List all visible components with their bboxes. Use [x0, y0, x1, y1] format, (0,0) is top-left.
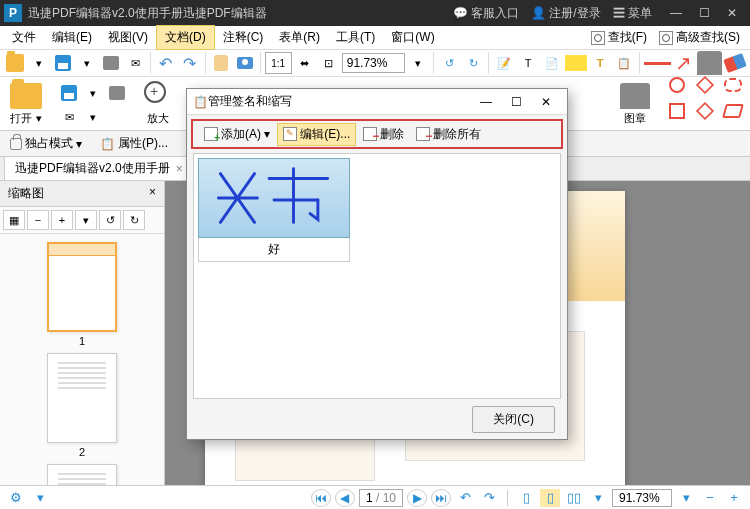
actual-size-button[interactable]: 1:1 [265, 52, 292, 74]
menu-document[interactable]: 文档(D) [156, 25, 215, 50]
minimize-button[interactable]: — [662, 3, 690, 23]
signatures-list[interactable]: 好 [193, 153, 561, 399]
thumbnail-2[interactable]: 2 [47, 353, 117, 458]
thumb-dropdown[interactable]: ▾ [75, 210, 97, 230]
signature-item[interactable]: 好 [198, 158, 350, 262]
highlight-button[interactable] [565, 55, 587, 71]
square-tool[interactable] [666, 100, 688, 122]
options-dropdown[interactable]: ▾ [30, 489, 50, 507]
menu-file[interactable]: 文件 [4, 26, 44, 49]
menu-edit[interactable]: 编辑(E) [44, 26, 100, 49]
close-button[interactable]: ✕ [718, 3, 746, 23]
email-2-button[interactable]: ✉ [58, 106, 80, 128]
menu-link[interactable]: ☰ 菜单 [613, 5, 652, 22]
thumb-zoom-in[interactable]: + [51, 210, 73, 230]
properties-button[interactable]: 📋 属性(P)... [96, 133, 172, 154]
exclusive-mode-button[interactable]: 独占模式 ▾ [6, 133, 86, 154]
rotate-right-button[interactable]: ↻ [462, 52, 484, 74]
layout-facing-button[interactable]: ▯▯ [564, 489, 584, 507]
delete-all-button[interactable]: 删除所有 [411, 124, 486, 145]
prev-page-button[interactable]: ◀ [335, 489, 355, 507]
stamp-big-button[interactable]: 图章 [616, 81, 654, 128]
arrow-tool[interactable]: ↗ [673, 52, 695, 74]
redo-button[interactable]: ↷ [179, 52, 201, 74]
dialog-close-button[interactable]: ✕ [531, 95, 561, 109]
find-button[interactable]: 查找(F) [585, 27, 653, 48]
zoom-out-button[interactable]: − [700, 489, 720, 507]
menu-tool[interactable]: 工具(T) [328, 26, 383, 49]
status-zoom-dropdown[interactable]: ▾ [676, 489, 696, 507]
print-2-button[interactable] [106, 82, 128, 104]
polygon-tool[interactable] [694, 74, 716, 96]
maximize-button[interactable]: ☐ [690, 3, 718, 23]
thumbnails-list[interactable]: 1 2 3 [0, 234, 164, 509]
advanced-find-button[interactable]: 高级查找(S) [653, 27, 746, 48]
more-button[interactable]: ▾ [82, 106, 104, 128]
support-link[interactable]: 💬 客服入口 [453, 5, 519, 22]
open-small-button[interactable] [4, 52, 26, 74]
status-zoom-field[interactable]: 91.73% [612, 489, 672, 507]
save-2-dropdown[interactable]: ▾ [82, 82, 104, 104]
add-text-button[interactable]: 📄 [541, 52, 563, 74]
freeform-tool[interactable] [722, 100, 744, 122]
edit-content-button[interactable]: 📝 [493, 52, 515, 74]
magnifier-icon [591, 31, 605, 45]
menu-view[interactable]: 视图(V) [100, 26, 156, 49]
circle-tool[interactable] [666, 74, 688, 96]
edit-text-button[interactable]: T [517, 52, 539, 74]
edit-signature-button[interactable]: 编辑(E)... [277, 123, 356, 146]
open-big-button[interactable]: 打开 ▾ [6, 81, 46, 128]
options-button[interactable]: ⚙ [6, 489, 26, 507]
document-tab[interactable]: 迅捷PDF编辑器v2.0使用手册 × [4, 156, 194, 180]
nav-back-button[interactable]: ↶ [455, 489, 475, 507]
save-dropdown[interactable]: ▾ [76, 52, 98, 74]
save-2-button[interactable] [58, 82, 80, 104]
zoom-in-button[interactable]: + [724, 489, 744, 507]
tab-close-icon[interactable]: × [176, 162, 183, 176]
line-tool[interactable] [644, 52, 671, 74]
hand-tool[interactable] [210, 52, 232, 74]
print-button[interactable] [100, 52, 122, 74]
cloud-tool[interactable] [722, 74, 744, 96]
thumbnail-1[interactable]: 1 [47, 242, 117, 347]
stamp-tool[interactable] [697, 52, 722, 74]
layout-continuous-button[interactable]: ▯ [540, 489, 560, 507]
fit-page-button[interactable]: ⊡ [318, 52, 340, 74]
menu-comment[interactable]: 注释(C) [215, 26, 272, 49]
snapshot-tool[interactable] [234, 52, 256, 74]
login-link[interactable]: 👤 注册/登录 [531, 5, 601, 22]
thumb-rotate-right[interactable]: ↻ [123, 210, 145, 230]
close-dialog-button[interactable]: 关闭(C) [472, 406, 555, 433]
thumb-rotate-left[interactable]: ↺ [99, 210, 121, 230]
zoom-big-button[interactable]: 放大 [140, 79, 176, 128]
hexagon-tool[interactable] [694, 100, 716, 122]
sidebar-close-icon[interactable]: × [149, 185, 156, 202]
rotate-left-button[interactable]: ↺ [438, 52, 460, 74]
zoom-field[interactable]: 91.73% [342, 53, 406, 73]
dialog-minimize-button[interactable]: — [471, 95, 501, 109]
text-box-button[interactable]: T [589, 52, 611, 74]
undo-button[interactable]: ↶ [155, 52, 177, 74]
first-page-button[interactable]: ⏮ [311, 489, 331, 507]
thumb-tool-1[interactable]: ▦ [3, 210, 25, 230]
last-page-button[interactable]: ⏭ [431, 489, 451, 507]
eraser-tool[interactable] [724, 52, 746, 74]
fit-width-button[interactable]: ⬌ [294, 52, 316, 74]
menu-window[interactable]: 窗口(W) [383, 26, 442, 49]
new-button[interactable]: ▾ [28, 52, 50, 74]
zoom-dropdown[interactable]: ▾ [407, 52, 429, 74]
next-page-button[interactable]: ▶ [407, 489, 427, 507]
thumb-zoom-out[interactable]: − [27, 210, 49, 230]
dialog-toolbar: 添加(A) ▾ 编辑(E)... 删除 删除所有 [191, 119, 563, 149]
delete-signature-button[interactable]: 删除 [358, 124, 409, 145]
nav-forward-button[interactable]: ↷ [479, 489, 499, 507]
layout-single-button[interactable]: ▯ [516, 489, 536, 507]
add-signature-button[interactable]: 添加(A) ▾ [199, 124, 275, 145]
layout-dropdown[interactable]: ▾ [588, 489, 608, 507]
menu-form[interactable]: 表单(R) [271, 26, 328, 49]
save-button[interactable] [52, 52, 74, 74]
dialog-maximize-button[interactable]: ☐ [501, 95, 531, 109]
page-number-field[interactable]: 1 / 10 [359, 489, 403, 507]
email-button[interactable]: ✉ [124, 52, 146, 74]
stamp-button[interactable]: 📋 [613, 52, 635, 74]
